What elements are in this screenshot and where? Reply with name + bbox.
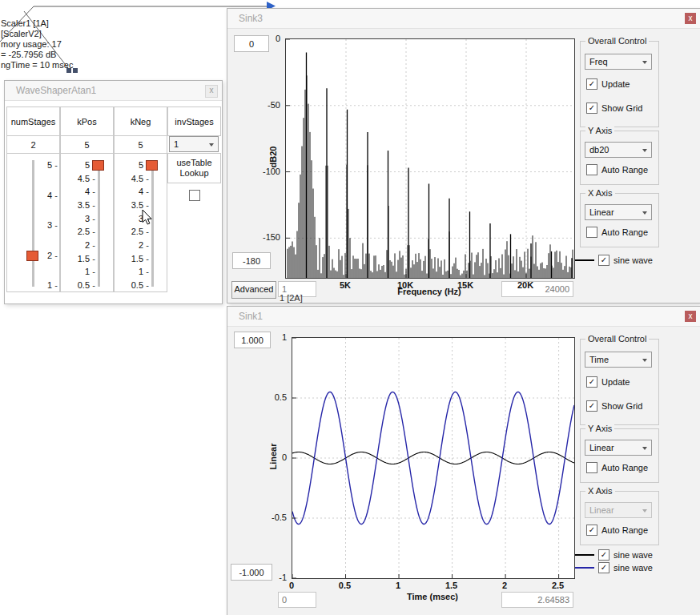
x-tick-label: 1	[384, 581, 412, 590]
waveshaper-titlebar[interactable]: WaveShaperAtan1 x	[5, 81, 222, 101]
sink1-close-button[interactable]: x	[685, 311, 696, 322]
waveshaper-close-button[interactable]: x	[205, 85, 218, 98]
checkbox-box: ✓	[586, 400, 597, 412]
sink1-xaxis-group: X Axis	[580, 491, 659, 545]
waveshaper-window: WaveShaperAtan1 x numStages25-4-3-2-1-kP…	[4, 80, 223, 304]
ws-scale-label: 1-	[39, 279, 58, 291]
ws-slider-kNeg[interactable]: 5-4.5-4-3.5-3-2.5-2-1.5-1-0.5-	[114, 153, 167, 292]
checkbox-label: Auto Range	[601, 525, 648, 535]
bg-text-fragment: 1 [2A]	[280, 293, 303, 303]
ws-slider-numStages[interactable]: 5-4-3-2-1-	[6, 153, 60, 292]
sink1-title: Sink1	[239, 311, 263, 322]
checkbox-label: Update	[601, 377, 630, 387]
ws-scale-label: 2.5-	[63, 226, 95, 237]
chevron-down-icon	[642, 61, 647, 64]
ws-scale-label: 2-	[39, 250, 58, 261]
y-tick-label: -50	[253, 100, 280, 110]
sink3-yaxis-combo[interactable]: db20	[585, 142, 652, 158]
y-tick-label: -100	[253, 167, 280, 176]
legend-checkbox[interactable]: ✓	[598, 562, 609, 573]
sink3-advanced-button[interactable]: Advanced	[231, 281, 276, 299]
sink1-yaxis-combo[interactable]: Linear	[585, 440, 652, 456]
chevron-down-icon	[642, 447, 647, 450]
ws-scale-label: 5-	[63, 159, 95, 171]
ws-slider-handle[interactable]	[26, 251, 38, 261]
ws-scale-label: 1-	[117, 266, 149, 277]
sink1-overall-combo[interactable]: Time	[585, 352, 652, 368]
sink1-xaxis-group-title: X Axis	[585, 486, 615, 496]
legend-row: ✓sine wave	[575, 549, 653, 561]
sink3-yauto-checkbox[interactable]: Auto Range	[586, 164, 648, 175]
sink1-waveform	[292, 338, 574, 578]
sink3-yaxis-group-title: Y Axis	[585, 126, 614, 135]
checkbox-label: Update	[601, 79, 630, 89]
ws-header-invStages: invStages	[167, 107, 221, 136]
checkbox-label: Auto Range	[601, 227, 648, 237]
y-tick-label: 0.5	[259, 392, 287, 402]
ws-scale-label: 3-	[63, 213, 95, 224]
ws-value-kNeg: 5	[114, 135, 167, 154]
y-tick-label: 0	[253, 34, 280, 43]
ws-scale-label: 2.5-	[117, 226, 149, 237]
legend-row: ✓sine wave	[575, 561, 653, 574]
legend-line-swatch	[575, 259, 594, 261]
legend-checkbox[interactable]: ✓	[598, 255, 609, 266]
sink1-yauto-checkbox[interactable]: Auto Range	[586, 462, 648, 473]
sink1-xaxis-combo[interactable]: Linear	[585, 502, 652, 518]
combo-value: Linear	[589, 207, 614, 217]
ws-slider-handle[interactable]	[146, 160, 158, 171]
sink3-overall-combo[interactable]: Freq	[585, 54, 652, 70]
x-tick-label: 2.5	[545, 581, 572, 590]
ws-scale-label: 0.5-	[63, 279, 95, 291]
ws-scale-label: 4.5-	[63, 173, 95, 184]
checkbox-box: ✓	[586, 376, 597, 388]
y-tick-label: -150	[253, 232, 280, 242]
x-tick-label: 0.5	[332, 581, 359, 590]
sink3-ymin-box[interactable]: -180	[232, 252, 271, 269]
sink3-close-button[interactable]: x	[685, 13, 696, 24]
ws-scale-label: 1.5-	[63, 253, 95, 264]
sink3-xaxis-group-title: X Axis	[585, 188, 615, 198]
ws-scale-label: 1.5-	[117, 253, 149, 264]
sink3-plot[interactable]	[285, 38, 575, 279]
legend-checkbox[interactable]: ✓	[598, 549, 609, 561]
sink3-showgrid-checkbox[interactable]: ✓ Show Grid	[586, 102, 642, 114]
y-tick-label: 1	[259, 332, 287, 342]
checkbox-label: Show Grid	[601, 401, 642, 411]
combo-value: Linear	[589, 443, 614, 452]
sink1-overall-group-title: Overall Control	[585, 334, 649, 344]
sink1-xmax-field[interactable]: 2.64583	[501, 592, 573, 608]
bg-text-line: ngTime = 10 msec	[1, 60, 73, 70]
sink3-xauto-checkbox[interactable]: Auto Range	[586, 227, 648, 238]
checkbox-box	[586, 227, 597, 238]
sink3-titlebar[interactable]: Sink3 x	[227, 9, 700, 29]
ws-usetable-checkbox[interactable]	[189, 190, 200, 201]
sink3-window: Sink3 x 0 -180 dB20 Frequency (Hz) Advan…	[227, 8, 700, 303]
legend-row: ✓sine wave	[575, 254, 653, 267]
ws-invstages-combo[interactable]: 1	[169, 136, 219, 152]
ws-scale-label: 2-	[117, 239, 149, 251]
combo-value: Freq	[589, 57, 608, 66]
y-tick-label: -0.5	[259, 512, 287, 522]
sink3-xaxis-group: X Axis	[580, 193, 659, 247]
combo-value: Time	[589, 355, 609, 364]
ws-slider-kPos[interactable]: 5-4.5-4-3.5-3-2.5-2-1.5-1-0.5-	[60, 153, 114, 292]
sink3-update-checkbox[interactable]: ✓ Update	[586, 78, 630, 90]
ws-slider-handle[interactable]	[92, 160, 104, 171]
combo-value: 1	[174, 139, 179, 149]
sink1-showgrid-checkbox[interactable]: ✓ Show Grid	[586, 400, 642, 412]
sink3-xaxis-combo[interactable]: Linear	[585, 204, 652, 220]
sink1-update-checkbox[interactable]: ✓ Update	[586, 376, 630, 388]
sink1-xauto-checkbox[interactable]: ✓ Auto Range	[586, 525, 648, 536]
ws-usetable-label: useTable Lookup	[167, 153, 221, 183]
sink1-xmin-field[interactable]: 0	[278, 592, 316, 608]
sink3-yaxis-group: Y Axis	[580, 131, 659, 185]
ws-scale-label: 5-	[39, 159, 58, 171]
sink1-window: Sink1 x 1.000 -1.000 Linear Time (msec) …	[227, 306, 700, 615]
sink1-plot[interactable]	[292, 337, 575, 579]
chevron-down-icon	[642, 509, 647, 512]
ws-scale-label: 1-	[63, 266, 95, 277]
sink1-titlebar[interactable]: Sink1 x	[227, 307, 700, 327]
checkbox-box: ✓	[586, 525, 597, 536]
checkbox-label: Show Grid	[601, 103, 642, 113]
